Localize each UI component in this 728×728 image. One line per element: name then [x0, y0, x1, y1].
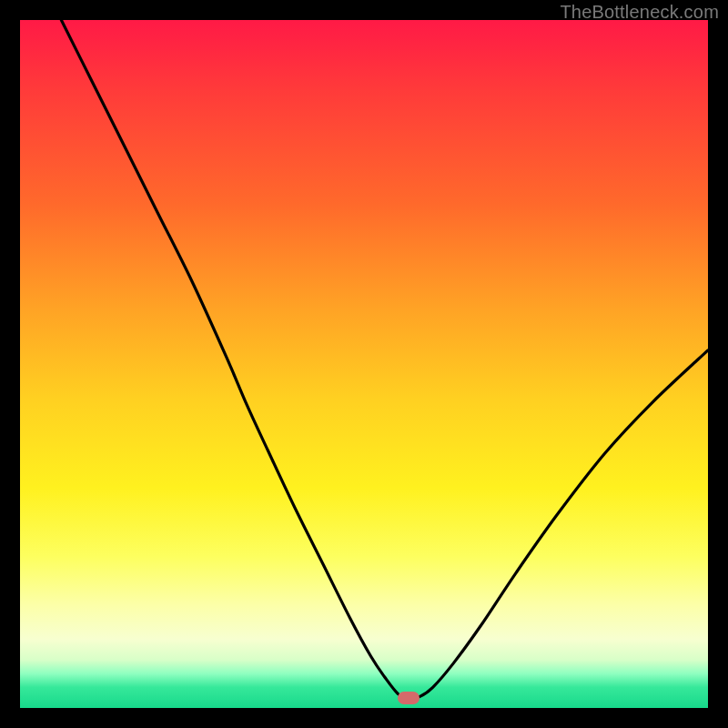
watermark-text: TheBottleneck.com — [560, 2, 719, 23]
min-marker — [398, 692, 420, 704]
bottleneck-curve — [61, 20, 708, 698]
curve-svg — [20, 20, 708, 708]
chart-frame: TheBottleneck.com — [0, 0, 728, 728]
plot-area — [20, 20, 708, 708]
